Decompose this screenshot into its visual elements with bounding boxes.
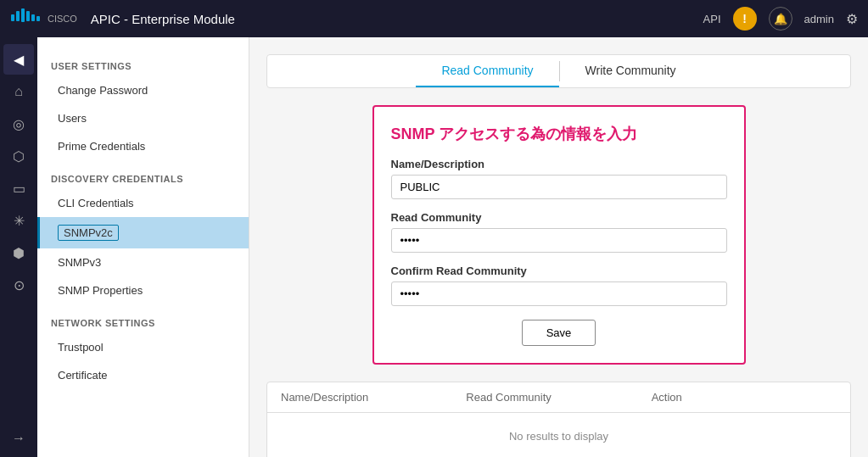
svg-rect-3	[26, 11, 30, 21]
nav-trustpool[interactable]: Trustpool	[37, 333, 249, 361]
read-community-label: Read Community	[391, 211, 727, 224]
top-navbar: CISCO APIC - Enterprise Module API ! 🔔 a…	[0, 0, 868, 37]
name-description-input[interactable]	[391, 175, 727, 199]
discovery-credentials-section-title: DISCOVERY CREDENTIALS	[37, 160, 249, 189]
nav-globe-icon[interactable]: ◎	[3, 109, 34, 139]
topnav-right: API ! 🔔 admin ⚙	[703, 7, 858, 31]
nav-cli-credentials[interactable]: CLI Credentials	[37, 189, 249, 217]
svg-rect-4	[31, 14, 35, 21]
tab-read-community[interactable]: Read Community	[416, 55, 558, 87]
content-area: Read Community Write Community SNMP アクセス…	[249, 37, 868, 457]
snmp-form-card: SNMP アクセスする為の情報を入力 Name/Description Read…	[372, 105, 746, 365]
tab-write-community[interactable]: Write Community	[560, 55, 702, 87]
nav-back-icon[interactable]: ◀	[3, 44, 34, 75]
confirm-read-community-label: Confirm Read Community	[391, 265, 727, 277]
col-name-description: Name/Description	[281, 391, 466, 404]
cisco-logo: CISCO	[10, 8, 77, 30]
svg-rect-2	[21, 8, 25, 22]
read-community-group: Read Community	[391, 211, 727, 253]
tabs-row: Read Community Write Community	[266, 54, 851, 88]
nav-users[interactable]: Users	[37, 104, 249, 132]
table-empty-message: No results to display	[267, 413, 850, 457]
nav-change-password[interactable]: Change Password	[37, 76, 249, 104]
table-header: Name/Description Read Community Action	[267, 382, 850, 413]
nav-prime-credentials[interactable]: Prime Credentials	[37, 132, 249, 160]
nav-panel: USER SETTINGS Change Password Users Prim…	[37, 37, 249, 457]
nav-snmpv2c[interactable]: SNMPv2c	[37, 217, 249, 248]
form-title: SNMP アクセスする為の情報を入力	[391, 124, 727, 144]
user-settings-section-title: USER SETTINGS	[37, 47, 249, 76]
nav-certificate[interactable]: Certificate	[37, 361, 249, 389]
sidebar-icons: ◀ ⌂ ◎ ⬡ ▭ ✳ ⬢ ⊙ →	[0, 37, 37, 457]
admin-label: admin	[804, 13, 834, 25]
alert-button[interactable]: !	[733, 7, 757, 31]
save-button[interactable]: Save	[522, 320, 596, 346]
nav-snmpv3[interactable]: SNMPv3	[37, 248, 249, 276]
nav-nodes-icon[interactable]: ⬢	[3, 237, 34, 268]
app-title: APIC - Enterprise Module	[91, 12, 235, 26]
nav-monitor-icon[interactable]: ▭	[3, 173, 34, 203]
name-description-group: Name/Description	[391, 158, 727, 199]
name-description-label: Name/Description	[391, 158, 727, 170]
confirm-read-community-group: Confirm Read Community	[391, 265, 727, 306]
svg-rect-0	[11, 14, 14, 21]
settings-gear-icon[interactable]: ⚙	[846, 11, 858, 27]
col-action: Action	[652, 391, 837, 404]
notification-bell[interactable]: 🔔	[769, 7, 792, 31]
nav-database-icon[interactable]: ⬡	[3, 141, 34, 171]
read-community-input[interactable]	[391, 228, 727, 253]
svg-rect-1	[16, 11, 20, 21]
nav-location-icon[interactable]: ⊙	[3, 270, 34, 300]
nav-asterisk-icon[interactable]: ✳	[3, 205, 34, 236]
network-settings-section-title: NETWORK SETTINGS	[37, 304, 249, 333]
nav-arrow-icon[interactable]: →	[3, 426, 34, 457]
svg-rect-5	[36, 16, 40, 21]
results-table: Name/Description Read Community Action N…	[266, 382, 851, 457]
col-read-community: Read Community	[466, 391, 651, 404]
confirm-read-community-input[interactable]	[391, 281, 727, 306]
nav-snmp-properties[interactable]: SNMP Properties	[37, 276, 249, 304]
api-label[interactable]: API	[703, 13, 721, 25]
main-layout: ◀ ⌂ ◎ ⬡ ▭ ✳ ⬢ ⊙ → USER SETTINGS Change P…	[0, 37, 868, 457]
nav-home-icon[interactable]: ⌂	[3, 76, 34, 107]
